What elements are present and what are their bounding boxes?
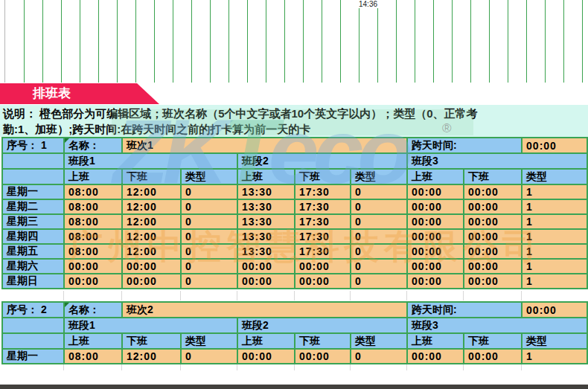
shift-cell[interactable]: 1 xyxy=(522,214,587,229)
shift-cell[interactable]: 00:00 xyxy=(64,274,122,289)
table-row: 上班 下班 类型 上班 下班 类型 上班 下班 类型 xyxy=(2,169,587,184)
shift-cell[interactable]: 00:00 xyxy=(407,244,464,259)
clock-label: 14:36 xyxy=(357,0,379,8)
shift-cell[interactable]: 12:00 xyxy=(122,229,181,244)
name-label-cell: 名称： xyxy=(64,302,122,318)
shift-cell[interactable]: 12:00 xyxy=(122,349,181,364)
column-header-cell: 类型 xyxy=(351,169,407,184)
shift-cell[interactable]: 00:00 xyxy=(464,244,522,259)
shift-cell[interactable]: 00:00 xyxy=(407,349,464,364)
shift-cell[interactable]: 0 xyxy=(181,214,237,229)
shift-cell[interactable]: 0 xyxy=(351,274,407,289)
shift-name-cell[interactable]: 班次1 xyxy=(122,138,407,153)
shift-cell[interactable]: 0 xyxy=(351,214,407,229)
column-header-cell: 下班 xyxy=(122,169,181,184)
shift-cell[interactable]: 13:30 xyxy=(237,244,295,259)
table-row: 班段1 班段2 班段3 xyxy=(2,318,587,333)
shift-cell[interactable]: 0 xyxy=(181,349,237,364)
shift-cell[interactable]: 12:00 xyxy=(122,214,181,229)
cross-day-label-cell: 跨天时间: xyxy=(407,302,522,318)
shift-cell[interactable]: 1 xyxy=(522,349,587,364)
serial-cell: 序号： 1 xyxy=(2,138,64,153)
shift-cell[interactable]: 08:00 xyxy=(64,229,122,244)
banner-title: 排班表 xyxy=(33,86,71,100)
shift-cell[interactable]: 00:00 xyxy=(237,274,295,289)
table-row: 星期一 08:00 12:00 0 13:30 17:30 0 00:00 00… xyxy=(2,184,587,199)
shift-cell[interactable]: 00:00 xyxy=(407,259,464,274)
shift-cell[interactable]: 0 xyxy=(181,199,237,214)
shift-cell[interactable]: 13:30 xyxy=(237,214,295,229)
shift-cell[interactable]: 00:00 xyxy=(464,349,522,364)
grid-gap xyxy=(0,291,588,300)
shift-cell[interactable]: 00:00 xyxy=(464,229,522,244)
shift-cell[interactable]: 13:30 xyxy=(237,229,295,244)
shift-cell[interactable]: 00:00 xyxy=(407,229,464,244)
shift-cell[interactable]: 00:00 xyxy=(464,214,522,229)
shift-cell[interactable]: 0 xyxy=(351,229,407,244)
shift-cell[interactable]: 00:00 xyxy=(464,199,522,214)
shift-cell[interactable]: 00:00 xyxy=(407,214,464,229)
schedule-banner: 排班表 xyxy=(0,83,159,104)
shift-cell[interactable]: 00:00 xyxy=(295,274,351,289)
shift-cell[interactable]: 0 xyxy=(351,244,407,259)
shift-cell[interactable]: 1 xyxy=(522,184,587,199)
shift-cell[interactable]: 08:00 xyxy=(64,214,122,229)
shift-cell[interactable]: 00:00 xyxy=(237,259,295,274)
shift-cell[interactable]: 00:00 xyxy=(407,274,464,289)
shift-cell[interactable]: 0 xyxy=(181,274,237,289)
shift-cell[interactable]: 17:30 xyxy=(295,229,351,244)
shift-cell[interactable]: 12:00 xyxy=(122,184,181,199)
shift-cell[interactable]: 12:00 xyxy=(122,199,181,214)
shift-cell[interactable]: 00:00 xyxy=(295,259,351,274)
column-header-cell: 下班 xyxy=(464,169,522,184)
shift-cell[interactable]: 0 xyxy=(351,349,407,364)
shift-cell[interactable]: 08:00 xyxy=(64,184,122,199)
shift-cell[interactable]: 17:30 xyxy=(295,199,351,214)
shift-cell[interactable]: 12:00 xyxy=(122,244,181,259)
shift-cell[interactable]: 0 xyxy=(351,259,407,274)
shift-cell[interactable]: 0 xyxy=(351,184,407,199)
day-label-cell: 星期二 xyxy=(2,199,64,214)
shift-cell[interactable]: 0 xyxy=(181,244,237,259)
shift-cell[interactable]: 0 xyxy=(351,199,407,214)
grid-gap xyxy=(0,364,588,370)
column-header-cell: 下班 xyxy=(464,333,522,349)
cross-day-time-cell[interactable]: 00:00 xyxy=(522,302,587,318)
shift-cell[interactable]: 0 xyxy=(181,229,237,244)
shift-cell[interactable]: 08:00 xyxy=(64,349,122,364)
shift-cell[interactable]: 17:30 xyxy=(295,214,351,229)
shift-cell[interactable]: 0 xyxy=(181,184,237,199)
shift-cell[interactable]: 13:30 xyxy=(237,184,295,199)
shift-cell[interactable]: 00:00 xyxy=(407,184,464,199)
table-row: 星期五 08:00 12:00 0 13:30 17:30 0 00:00 00… xyxy=(2,244,587,259)
shift-cell[interactable]: 00:00 xyxy=(464,184,522,199)
instruction-note: 说明： 橙色部分为可编辑区域；班次名称（5个中文字或者10个英文字以内）；类型（… xyxy=(0,105,588,137)
shift-name-cell[interactable]: 班次2 xyxy=(122,302,407,318)
shift-cell[interactable]: 00:00 xyxy=(122,274,181,289)
shift-cell[interactable]: 00:00 xyxy=(295,349,351,364)
shift-cell[interactable]: 17:30 xyxy=(295,244,351,259)
shift-cell[interactable]: 1 xyxy=(522,244,587,259)
shift-table-2: 序号： 2 名称： 班次2 跨天时间: 00:00 班段1 班段2 班段3 上班… xyxy=(1,301,588,364)
cross-day-time-cell[interactable]: 00:00 xyxy=(522,138,587,153)
shift-cell[interactable]: 08:00 xyxy=(64,199,122,214)
table-row: 上班 下班 类型 上班 下班 类型 上班 下班 类型 xyxy=(2,333,587,349)
shift-cell[interactable]: 13:30 xyxy=(237,199,295,214)
note-line-1: 说明： 橙色部分为可编辑区域；班次名称（5个中文字或者10个英文字以内）；类型（… xyxy=(3,106,588,121)
shift-cell[interactable]: 00:00 xyxy=(64,259,122,274)
shift-cell[interactable]: 17:30 xyxy=(295,184,351,199)
shift-cell[interactable]: 0 xyxy=(181,259,237,274)
shift-cell[interactable]: 08:00 xyxy=(64,244,122,259)
shift-cell[interactable]: 1 xyxy=(522,259,587,274)
shift-cell[interactable]: 00:00 xyxy=(407,199,464,214)
shift-cell[interactable]: 1 xyxy=(522,199,587,214)
shift-cell[interactable]: 00:00 xyxy=(122,259,181,274)
shift-cell[interactable]: 1 xyxy=(522,274,587,289)
shift-cell[interactable]: 1 xyxy=(522,229,587,244)
column-header-cell: 上班 xyxy=(407,333,464,349)
column-header-cell: 下班 xyxy=(295,333,351,349)
day-label-cell: 星期一 xyxy=(2,349,64,364)
shift-cell[interactable]: 00:00 xyxy=(464,259,522,274)
shift-cell[interactable]: 00:00 xyxy=(464,274,522,289)
shift-cell[interactable]: 00:00 xyxy=(237,349,295,364)
